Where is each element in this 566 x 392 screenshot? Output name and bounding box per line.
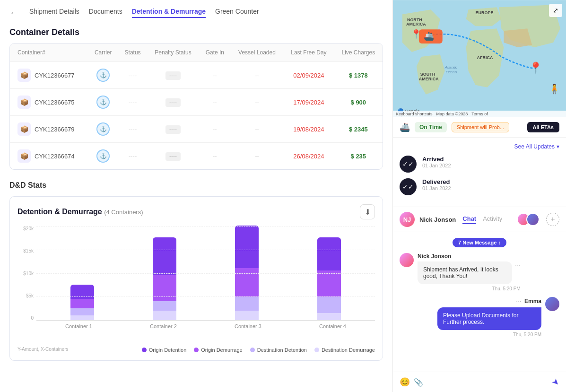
cell-last-free-day: 19/08/2024 bbox=[283, 116, 334, 143]
map-section: 🚢 📍 📍 🧍 🔵 Google NORTH AMERICA EUROPE AF… bbox=[393, 0, 566, 117]
legend-label: Origin Demurrage bbox=[201, 347, 242, 353]
send-button[interactable]: ➤ bbox=[549, 376, 562, 388]
legend-item: Origin Detention bbox=[142, 347, 187, 353]
chart-title-group: Detention & Demurrage (4 Containers) bbox=[17, 208, 143, 216]
container-icon: 📦 bbox=[17, 149, 31, 163]
carrier-icon: ⚓ bbox=[96, 122, 110, 136]
chat-user-avatar: NJ bbox=[400, 212, 415, 227]
grid-line-25 bbox=[36, 250, 375, 250]
nav-tabs: Shipment Details Documents Detention & D… bbox=[29, 8, 259, 18]
add-user-button[interactable]: + bbox=[546, 213, 559, 226]
emoji-button[interactable]: 😊 bbox=[400, 377, 410, 387]
penalty-badge: ---- bbox=[165, 71, 181, 80]
chat-tab-activity[interactable]: Activity bbox=[483, 215, 502, 224]
map-data-credit: Map data ©2023 bbox=[436, 112, 468, 116]
cell-container-id: 📦 CYK12366675 bbox=[10, 89, 88, 116]
y-label-5k: $5k bbox=[26, 293, 34, 298]
bar-segment bbox=[153, 275, 176, 301]
container-id: CYK12366679 bbox=[35, 126, 75, 133]
cell-penalty: ---- bbox=[147, 116, 199, 143]
msg-bubble-1: Shipment has Arrived, It looks good, Tha… bbox=[418, 261, 512, 284]
cell-penalty: ---- bbox=[147, 143, 199, 170]
cell-last-free-day: 26/08/2024 bbox=[283, 143, 334, 170]
y-label-10k: $10k bbox=[23, 271, 34, 276]
cell-carrier: ⚓ bbox=[88, 116, 118, 143]
tab-detention-demurrage[interactable]: Detention & Demurrage bbox=[132, 8, 206, 18]
msg-time-sent-1: Thu, 5:20 PM bbox=[513, 332, 541, 337]
svg-text:📍: 📍 bbox=[411, 29, 422, 39]
svg-text:AFRICA: AFRICA bbox=[477, 55, 493, 60]
col-gate-in: Gate In bbox=[199, 44, 231, 62]
svg-text:Ocean: Ocean bbox=[446, 70, 457, 74]
chart-subtitle: (4 Containers) bbox=[104, 209, 143, 216]
legend-item: Destination Detention bbox=[250, 347, 307, 353]
tab-green-counter[interactable]: Green Counter bbox=[215, 8, 259, 18]
chat-tabs: Chat Activity bbox=[462, 215, 502, 224]
carrier-icon: ⚓ bbox=[96, 69, 110, 82]
cell-live-charges: $ 2345 bbox=[334, 116, 383, 143]
see-all-updates-link[interactable]: See All Updates ▾ bbox=[514, 143, 559, 150]
header: ← Shipment Details Documents Detention &… bbox=[9, 8, 383, 18]
chat-messages: 7 New Message ↑ Nick Jonson Shipment has… bbox=[393, 232, 566, 372]
col-vessel: Vessel Loaded bbox=[231, 44, 283, 62]
container-id: CYK12366677 bbox=[35, 72, 75, 79]
msg-content-nick: Nick Jonson Shipment has Arrived, It loo… bbox=[418, 253, 521, 291]
bar-label: Container 1 bbox=[60, 323, 98, 329]
cell-last-free-day: 02/09/2024 bbox=[283, 62, 334, 89]
prob-badge[interactable]: Shipment will Prob... bbox=[452, 122, 509, 132]
map-terms: Terms of bbox=[471, 112, 488, 116]
cell-gate-in: -- bbox=[199, 89, 231, 116]
chat-input-field[interactable] bbox=[427, 379, 549, 386]
all-etas-button[interactable]: All ETAs bbox=[527, 122, 559, 132]
map-svg: 🚢 📍 📍 🧍 🔵 Google NORTH AMERICA EUROPE AF… bbox=[393, 0, 566, 117]
timeline-section: See All Updates ▾ ✓✓ Arrived 01 Jan 2022… bbox=[393, 138, 566, 207]
msg-bubble-sent-1: Please Upload Documents for Further proc… bbox=[437, 307, 541, 330]
container-icon: 📦 bbox=[17, 69, 31, 82]
cell-live-charges: $ 900 bbox=[334, 89, 383, 116]
tab-documents[interactable]: Documents bbox=[89, 8, 122, 18]
attach-button[interactable]: 📎 bbox=[414, 378, 423, 387]
right-panel: 🚢 📍 📍 🧍 🔵 Google NORTH AMERICA EUROPE AF… bbox=[392, 0, 566, 392]
cell-carrier: ⚓ bbox=[88, 89, 118, 116]
timeline-date-delivered: 01 Jan 2022 bbox=[422, 185, 451, 191]
bar-label: Container 3 bbox=[229, 323, 267, 329]
svg-text:AMERICA: AMERICA bbox=[419, 77, 439, 81]
bar-segment bbox=[70, 299, 94, 308]
cell-vessel-loaded: -- bbox=[231, 143, 283, 170]
chat-tab-chat[interactable]: Chat bbox=[462, 215, 476, 224]
legend-dot bbox=[250, 348, 255, 352]
download-button[interactable]: ⬇ bbox=[360, 204, 375, 219]
map-footer: Keyboard shortcuts Map data ©2023 Terms … bbox=[393, 111, 566, 117]
cell-vessel-loaded: -- bbox=[231, 62, 283, 89]
cell-live-charges: $ 1378 bbox=[334, 62, 383, 89]
msg-sender-nick: Nick Jonson bbox=[418, 253, 521, 260]
chart-area: $20k $15k $10k $5k 0 bbox=[17, 226, 375, 340]
container-icon: 📦 bbox=[17, 122, 31, 136]
tab-shipment-details[interactable]: Shipment Details bbox=[29, 8, 79, 18]
stacked-bar bbox=[70, 285, 94, 320]
legend-item: Origin Demurrage bbox=[194, 347, 242, 353]
timeline-dot-arrived: ✓✓ bbox=[400, 156, 417, 173]
cell-container-id: 📦 CYK12366679 bbox=[10, 116, 88, 143]
cell-status: ---- bbox=[118, 89, 147, 116]
message-sent-1: ··· Emma Please Upload Documents for Fur… bbox=[400, 297, 559, 337]
bar-segment bbox=[317, 270, 341, 296]
container-id: CYK12366674 bbox=[35, 153, 75, 160]
col-penalty: Penalty Status bbox=[147, 44, 199, 62]
col-last-free-day: Last Free Day bbox=[283, 44, 334, 62]
chart-axis-note: Y-Amount, X-Containers bbox=[17, 347, 68, 352]
carrier-icon: ⚓ bbox=[96, 96, 110, 109]
msg-options-1[interactable]: ··· bbox=[515, 261, 521, 269]
legend-label: Origin Detention bbox=[149, 347, 187, 353]
penalty-badge: ---- bbox=[165, 152, 181, 161]
msg-options-2[interactable]: ··· bbox=[516, 297, 522, 305]
table-row: 📦 CYK12366679 ⚓ ---- ---- -- -- 19/08/20… bbox=[10, 116, 383, 143]
bar-segment bbox=[317, 296, 341, 313]
map-expand-button[interactable]: ⤢ bbox=[549, 4, 562, 17]
timeline-item-arrived: ✓✓ Arrived 01 Jan 2022 bbox=[400, 156, 559, 173]
col-carrier: Carrier bbox=[88, 44, 118, 62]
bar-segment bbox=[317, 237, 341, 270]
main-panel: ← Shipment Details Documents Detention &… bbox=[0, 0, 392, 392]
back-button[interactable]: ← bbox=[9, 8, 18, 18]
group-avatars bbox=[521, 213, 540, 226]
